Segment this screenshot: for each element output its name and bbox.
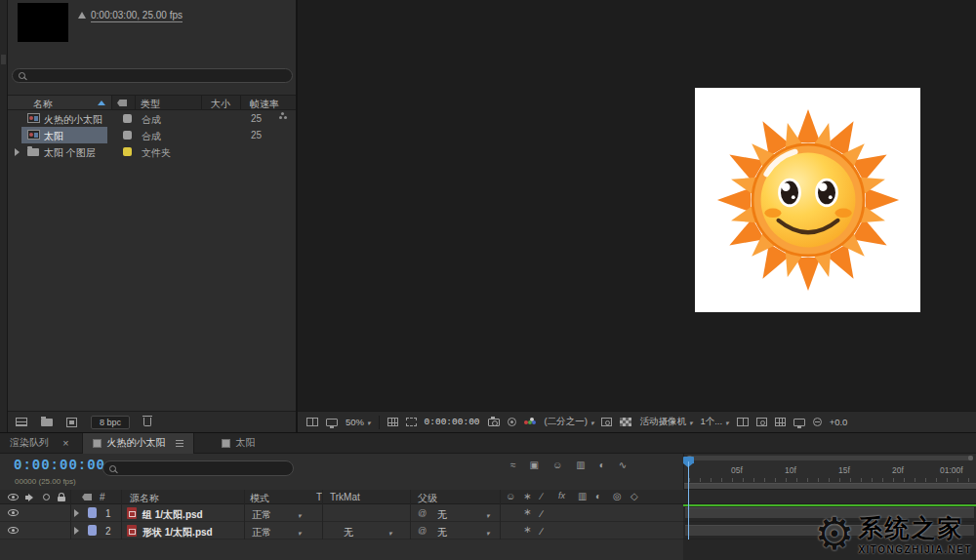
- chevron-down-icon[interactable]: [298, 509, 302, 520]
- time-navigator[interactable]: [687, 456, 973, 460]
- tab-active-composition[interactable]: 火热的小太阳: [82, 433, 194, 454]
- column-framerate[interactable]: 帧速率: [250, 98, 279, 111]
- project-item-row[interactable]: 火热的小太阳 合成 25: [8, 110, 296, 127]
- exposure-value[interactable]: +0.0: [830, 417, 848, 427]
- time-ruler[interactable]: 05f 10f 15f 20f 01:00f: [683, 454, 976, 490]
- chevron-down-icon[interactable]: [298, 527, 302, 538]
- parent-select[interactable]: 无: [437, 526, 447, 540]
- graph-editor-icon[interactable]: ∿: [619, 460, 627, 470]
- bit-depth-button[interactable]: 8 bpc: [91, 416, 130, 429]
- draft-3d-icon[interactable]: ▣: [530, 460, 539, 470]
- view-count-select[interactable]: 1个...: [700, 416, 728, 428]
- column-mode[interactable]: 模式: [250, 492, 269, 505]
- eye-icon[interactable]: [8, 509, 19, 516]
- grid-options-icon[interactable]: [387, 418, 398, 426]
- blend-mode-select[interactable]: 正常: [252, 526, 271, 540]
- new-folder-icon[interactable]: [41, 419, 53, 426]
- fast-preview-icon[interactable]: [756, 418, 767, 426]
- collapse-switch[interactable]: ∗: [523, 525, 531, 535]
- preview-timecode[interactable]: 0:00:00:00: [425, 417, 480, 427]
- audio-column-icon[interactable]: [25, 494, 34, 501]
- layer-name[interactable]: 组 1/太阳.psd: [142, 508, 203, 522]
- column-type[interactable]: 类型: [141, 98, 160, 111]
- fx-switch-icon[interactable]: fx: [558, 492, 565, 500]
- layer-label-chip[interactable]: [88, 507, 97, 518]
- chevron-down-icon[interactable]: [486, 509, 490, 520]
- view-layout-icon[interactable]: [306, 418, 318, 426]
- column-size[interactable]: 大小: [211, 98, 230, 111]
- timeline-search-input[interactable]: [102, 460, 294, 476]
- label-color-chip[interactable]: [123, 131, 132, 140]
- column-index[interactable]: #: [100, 492, 105, 502]
- quality-switch[interactable]: ∕: [541, 526, 543, 537]
- resolution-select[interactable]: (二分之一): [545, 416, 594, 428]
- frame-blending-icon[interactable]: ▥: [576, 460, 585, 470]
- eye-icon[interactable]: [8, 527, 19, 534]
- collapse-switch[interactable]: ∗: [523, 507, 531, 517]
- mask-visibility-icon[interactable]: [406, 418, 417, 426]
- close-icon[interactable]: [62, 438, 68, 449]
- chevron-down-icon[interactable]: [486, 527, 490, 538]
- quality-switch-icon[interactable]: ∕: [541, 492, 543, 501]
- item-name[interactable]: 太阳: [44, 130, 63, 143]
- lock-column-icon[interactable]: [58, 497, 65, 501]
- video-column-icon[interactable]: [8, 494, 19, 500]
- monitor-icon[interactable]: [326, 419, 338, 426]
- column-parent[interactable]: 父级: [418, 492, 437, 505]
- tab-render-queue[interactable]: 渲染队列: [0, 433, 59, 454]
- collapse-switch-icon[interactable]: ∗: [523, 492, 531, 501]
- frame-blend-switch-icon[interactable]: ▥: [578, 492, 587, 501]
- channels-icon[interactable]: [524, 420, 528, 424]
- pickwhip-icon[interactable]: [418, 508, 427, 518]
- project-item-row[interactable]: 太阳 个图层 文件夹: [8, 143, 296, 160]
- new-composition-icon[interactable]: [66, 418, 77, 427]
- region-of-interest-icon[interactable]: [601, 418, 612, 426]
- expand-arrow-icon[interactable]: [74, 527, 79, 535]
- reset-exposure-icon[interactable]: [813, 418, 822, 426]
- motion-blur-switch-icon[interactable]: ◐: [595, 492, 601, 501]
- blend-mode-select[interactable]: 正常: [252, 508, 271, 522]
- label-column-icon[interactable]: [82, 494, 92, 500]
- layer-name[interactable]: 形状 1/太阳.psd: [142, 526, 213, 540]
- snapshot-camera-icon[interactable]: [488, 419, 500, 426]
- motion-blur-icon[interactable]: ◐: [599, 460, 605, 470]
- column-trkmat[interactable]: TrkMat: [330, 492, 360, 502]
- adjustment-switch-icon[interactable]: ◎: [613, 492, 622, 501]
- item-name[interactable]: 太阳 个图层: [44, 146, 96, 160]
- column-source-name[interactable]: 源名称: [130, 492, 159, 505]
- mini-flowchart-icon[interactable]: ≈: [510, 460, 516, 470]
- interpret-footage-icon[interactable]: [16, 418, 27, 426]
- magnification-select[interactable]: 50%: [346, 417, 371, 427]
- label-color-chip[interactable]: [123, 147, 132, 156]
- work-area-bar[interactable]: [684, 483, 976, 489]
- delete-icon[interactable]: [143, 418, 151, 426]
- label-color-chip[interactable]: [123, 114, 132, 123]
- shy-switch-icon[interactable]: ☺: [506, 492, 515, 501]
- project-search-input[interactable]: [12, 68, 293, 83]
- composition-canvas[interactable]: [695, 88, 920, 312]
- solo-column-icon[interactable]: [43, 494, 50, 500]
- chevron-down-icon[interactable]: [388, 527, 392, 538]
- 3d-switch-icon[interactable]: ◇: [630, 492, 638, 501]
- pixel-aspect-icon[interactable]: [737, 418, 749, 426]
- quality-switch[interactable]: ∕: [541, 508, 543, 519]
- camera-select[interactable]: 活动摄像机: [639, 416, 692, 428]
- project-item-row-selected[interactable]: 太阳 合成 25: [8, 127, 296, 143]
- item-name[interactable]: 火热的小太阳: [44, 113, 102, 127]
- playhead-line[interactable]: [688, 461, 689, 540]
- tab-menu-icon[interactable]: [176, 443, 183, 444]
- column-name[interactable]: 名称: [33, 98, 53, 111]
- tab-composition-2[interactable]: 太阳: [212, 433, 264, 454]
- current-timecode[interactable]: 0:00:00:00: [14, 458, 105, 473]
- pickwhip-icon[interactable]: [418, 526, 427, 536]
- transparency-grid-icon[interactable]: [620, 418, 631, 426]
- label-column-icon[interactable]: [117, 100, 127, 106]
- hide-shy-layers-icon[interactable]: ☺: [552, 460, 562, 470]
- timeline-button-icon[interactable]: [775, 418, 786, 426]
- expand-arrow-icon[interactable]: [15, 148, 20, 156]
- parent-select[interactable]: 无: [437, 508, 447, 522]
- expand-arrow-icon[interactable]: [74, 509, 79, 517]
- trkmat-select[interactable]: 无: [344, 526, 353, 540]
- layer-label-chip[interactable]: [88, 525, 97, 536]
- comp-flow-icon[interactable]: [793, 419, 805, 426]
